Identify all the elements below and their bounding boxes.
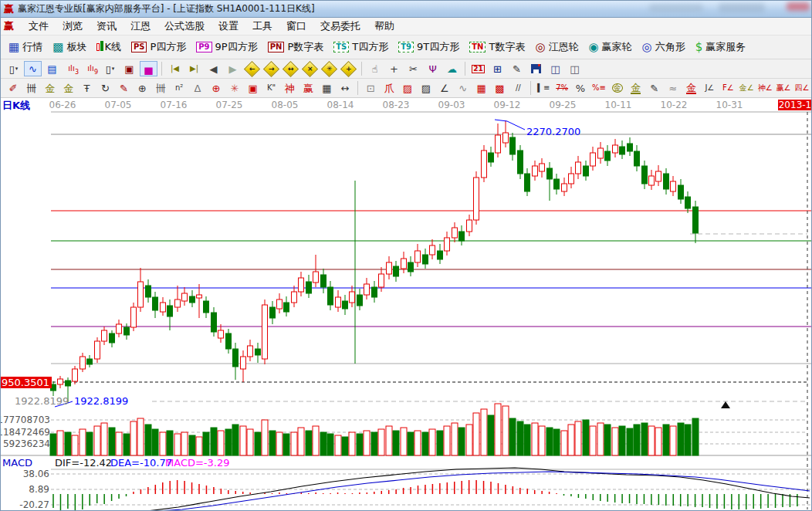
kline-chart-canvas[interactable]: 日K线06-2607-0507-1607-2508-0508-1408-2309… bbox=[1, 98, 812, 511]
wave-tool[interactable]: ≈ bbox=[665, 80, 682, 96]
p-number-table-button[interactable]: PNP数字表 bbox=[268, 40, 324, 54]
diamond-expand-button[interactable]: + bbox=[340, 61, 357, 76]
four-angle-tool[interactable]: 四∠ bbox=[793, 80, 810, 96]
percent-tool[interactable]: % bbox=[572, 80, 589, 96]
t-number-table-button[interactable]: TNT数字表 bbox=[469, 40, 525, 54]
percent-7-tool[interactable]: 7% bbox=[553, 80, 570, 96]
win-tool[interactable]: 赢 bbox=[300, 80, 317, 96]
zigzag-tool[interactable]: ∿ bbox=[455, 80, 472, 96]
fan-box-tool[interactable]: ▨ bbox=[399, 80, 416, 96]
calculator-button[interactable]: ⊞ bbox=[489, 61, 506, 76]
save-button[interactable] bbox=[527, 61, 545, 76]
overlay-lines-button[interactable]: ∿ bbox=[24, 61, 42, 76]
shen-tool[interactable]: 神 bbox=[282, 80, 299, 96]
gold-lines-tool[interactable]: 金 bbox=[628, 80, 645, 96]
diamond-right-button[interactable]: → bbox=[262, 61, 280, 76]
gold-grid-2-tool[interactable]: 金 bbox=[60, 80, 77, 96]
fan-lines-tool[interactable]: 爪 bbox=[381, 80, 398, 96]
marker-pen-tool[interactable]: ✎ bbox=[115, 80, 132, 96]
n-square-tool[interactable]: n² bbox=[171, 80, 188, 96]
analysis-tool-button[interactable]: ☁ bbox=[443, 61, 461, 76]
angle-pen-tool[interactable]: ✐ bbox=[5, 80, 22, 96]
menu-browse[interactable]: 浏览 bbox=[56, 18, 90, 35]
numbered-grid-tool[interactable]: ▦ bbox=[318, 80, 335, 96]
time-circle-tool[interactable]: ⊕ bbox=[134, 80, 151, 96]
crosshair-tool-button[interactable]: + bbox=[385, 61, 403, 76]
gold-circle-tool[interactable]: 金 bbox=[609, 80, 626, 96]
span-arrows-tool[interactable]: ↔ bbox=[337, 80, 354, 96]
first-bar-button[interactable]: |◀ bbox=[166, 61, 184, 76]
spiral-tool[interactable]: ↻ bbox=[97, 80, 114, 96]
hand-tool-button[interactable]: ☝ bbox=[366, 61, 384, 76]
gold-angle-tool[interactable]: 金∠ bbox=[738, 80, 755, 96]
percent-lines-tool[interactable]: %≡ bbox=[590, 80, 607, 96]
color-histogram-button[interactable]: ▅ bbox=[140, 61, 157, 76]
diamond-hspan-button[interactable]: ↔ bbox=[282, 61, 299, 76]
fan-box-2-tool[interactable]: ▨ bbox=[418, 80, 435, 96]
winner-wheel-button[interactable]: ◉赢家轮 bbox=[588, 40, 631, 54]
shen-angle-tool[interactable]: 神∠ bbox=[756, 80, 773, 96]
9p-square-button[interactable]: P99P四方形 bbox=[196, 40, 257, 54]
p-square-button[interactable]: PSP四方形 bbox=[131, 40, 186, 54]
diamond-left-button[interactable]: ← bbox=[243, 61, 261, 76]
diamond-star-button[interactable]: ✳ bbox=[320, 61, 338, 76]
next-bar-button[interactable]: ▶ bbox=[224, 61, 242, 76]
blurred-window-controls[interactable] bbox=[787, 2, 810, 11]
angle-lines-tool[interactable]: ∠ bbox=[436, 80, 453, 96]
notepad-button[interactable]: ✎ bbox=[508, 61, 526, 76]
k-projection-tool[interactable]: K" bbox=[263, 80, 280, 96]
gann-circle-tool[interactable]: ⊕ bbox=[208, 80, 225, 96]
j-angle-tool[interactable]: J∠ bbox=[701, 80, 718, 96]
chart-area[interactable]: 日K线06-2607-0507-1607-2508-0508-1408-2309… bbox=[1, 98, 812, 511]
window-grid-tool[interactable]: ⊡ bbox=[362, 80, 379, 96]
menu-window[interactable]: 窗口 bbox=[279, 18, 313, 35]
calendar-button[interactable]: 21 bbox=[469, 61, 487, 76]
web-tool[interactable]: ✳ bbox=[226, 80, 243, 96]
cycle-9-bars-button[interactable]: ılı9 bbox=[82, 61, 100, 76]
last-bar-button[interactable]: ▶| bbox=[185, 61, 203, 76]
gann-box-button[interactable]: ▣ bbox=[120, 61, 138, 76]
diamond-close-button[interactable]: × bbox=[301, 61, 319, 76]
parallel-lines-tool[interactable]: // bbox=[509, 80, 526, 96]
import-data-button[interactable]: ◫ bbox=[566, 61, 584, 76]
prev-bar-button[interactable]: ◀ bbox=[205, 61, 222, 76]
grid-lines-tool[interactable]: 卌 bbox=[23, 80, 40, 96]
cycle-3-bars-button[interactable]: ılı3 bbox=[63, 61, 80, 76]
candle-style-dropdown[interactable]: ▯▾ bbox=[101, 61, 119, 76]
gold-red-tool[interactable]: 金 bbox=[683, 80, 700, 96]
menu-gann[interactable]: 江恩 bbox=[123, 18, 157, 35]
gann-tool-button[interactable]: Ψ bbox=[424, 61, 442, 76]
menu-settings[interactable]: 设置 bbox=[211, 18, 245, 35]
sectors-button[interactable]: ▩板块 bbox=[52, 40, 86, 54]
bar-scale-tool[interactable]: ▍≡ bbox=[535, 80, 552, 96]
menu-file[interactable]: 文件 bbox=[22, 18, 56, 35]
menu-formula-stock-pick[interactable]: 公式选股 bbox=[157, 18, 211, 35]
menu-tools[interactable]: 工具 bbox=[245, 18, 279, 35]
ink-pen-tool[interactable]: ✎ bbox=[646, 80, 663, 96]
red-grid-2-tool[interactable]: ▩ bbox=[492, 80, 509, 96]
winner-service-button[interactable]: $赢家服务 bbox=[695, 40, 746, 54]
menu-trade-order[interactable]: 交易委托 bbox=[313, 18, 367, 35]
box-web-tool[interactable]: ▣ bbox=[245, 80, 262, 96]
density-grid-tool[interactable]: 卌 bbox=[152, 80, 169, 96]
hexagon-button[interactable]: ◎六角形 bbox=[642, 40, 685, 54]
f10-info-button[interactable]: ▤ bbox=[43, 61, 61, 76]
t-square-button[interactable]: TST四方形 bbox=[333, 40, 388, 54]
quotes-button[interactable]: ▦行情 bbox=[8, 40, 42, 54]
title-bar[interactable]: 赢 赢家江恩专业版[赢家内部服务平台] - [上证指数 SH1A0001-111… bbox=[1, 1, 811, 18]
9t-square-button[interactable]: T99T四方形 bbox=[398, 40, 459, 54]
gold-grid-2-icon: 金 bbox=[63, 83, 73, 93]
erase-tool-button[interactable]: ✂ bbox=[404, 61, 422, 76]
win-angle-tool[interactable]: 赢∠ bbox=[775, 80, 792, 96]
red-grid-tool[interactable]: ▦ bbox=[473, 80, 490, 96]
gann-wheel-button[interactable]: ◎江恩轮 bbox=[535, 40, 578, 54]
f-grid-tool[interactable]: Ŧ bbox=[79, 80, 96, 96]
f-angle-tool[interactable]: F∠ bbox=[719, 80, 736, 96]
kline-period-dropdown[interactable]: ▯▾ bbox=[5, 61, 22, 76]
gold-grid-tool[interactable]: 金 bbox=[42, 80, 59, 96]
menu-help[interactable]: 帮助 bbox=[367, 18, 401, 35]
export-data-button[interactable]: ◫ bbox=[546, 61, 564, 76]
menu-news[interactable]: 资讯 bbox=[90, 18, 123, 35]
triangle-tool[interactable]: Δ bbox=[189, 80, 206, 96]
kline-button[interactable]: K线 bbox=[96, 40, 121, 54]
